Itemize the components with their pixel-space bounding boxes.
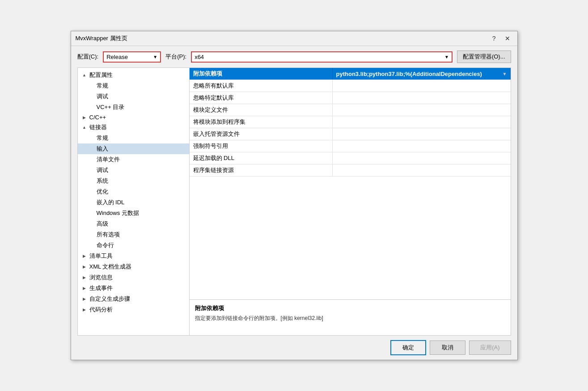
prop-row-module-def[interactable]: 模块定义文件 xyxy=(190,104,511,116)
tree-item-browse-info[interactable]: ▶浏览信息 xyxy=(78,272,189,283)
bottom-bar: 确定 取消 应用(A) xyxy=(71,336,517,360)
prop-name-delay-load-dll: 延迟加载的 DLL xyxy=(190,152,333,164)
tree-item-build-events[interactable]: ▶生成事件 xyxy=(78,283,189,294)
prop-value-ignore-all-default xyxy=(333,80,511,92)
prop-value-force-sym-ref xyxy=(333,140,511,152)
prop-value-delay-load-dll xyxy=(333,152,511,164)
prop-value-additional-deps[interactable]: python3.lib;python37.lib;%(AdditionalDep… xyxy=(333,68,511,80)
prop-row-ignore-specific-default[interactable]: 忽略特定默认库 xyxy=(190,92,511,104)
tree-expander-manifest-tool: ▶ xyxy=(81,254,88,258)
tree-item-linker-manifest[interactable]: 清单文件 xyxy=(78,154,189,165)
config-value: Release xyxy=(106,54,128,60)
tree-label-linker-general: 常规 xyxy=(97,134,108,142)
config-label: 配置(C): xyxy=(77,53,99,61)
prop-row-ignore-all-default[interactable]: 忽略所有默认库 xyxy=(190,80,511,92)
prop-name-ignore-all-default: 忽略所有默认库 xyxy=(190,80,333,92)
tree-label-manifest-tool: 清单工具 xyxy=(89,252,113,260)
apply-button[interactable]: 应用(A) xyxy=(469,341,511,355)
prop-dropdown-arrow-additional-deps[interactable]: ▼ xyxy=(503,71,507,76)
close-button[interactable]: ✕ xyxy=(502,34,513,43)
cancel-button[interactable]: 取消 xyxy=(430,341,465,355)
desc-title: 附加依赖项 xyxy=(195,304,505,312)
tree-label-linker-alloptions: 所有选项 xyxy=(97,231,120,239)
platform-chevron-icon: ▼ xyxy=(444,55,449,59)
tree-item-linker-winmeta[interactable]: Windows 元数据 xyxy=(78,208,189,219)
tree-expander-linker: ▲ xyxy=(81,125,88,130)
tree-item-linker-debug[interactable]: 调试 xyxy=(78,165,189,176)
props-table: 附加依赖项python3.lib;python37.lib;%(Addition… xyxy=(190,68,511,299)
tree-label-linker-system: 系统 xyxy=(97,177,108,185)
tree-label-linker-debug: 调试 xyxy=(97,166,108,174)
prop-row-embed-managed[interactable]: 嵌入托管资源文件 xyxy=(190,128,511,140)
prop-row-additional-deps[interactable]: 附加依赖项python3.lib;python37.lib;%(Addition… xyxy=(190,68,511,80)
tree-item-manifest-tool[interactable]: ▶清单工具 xyxy=(78,251,189,261)
desc-text: 指定要添加到链接命令行的附加项。[例如 kernel32.lib] xyxy=(195,314,505,322)
tree-label-linker-opt: 优化 xyxy=(97,188,108,196)
tree-label-general: 常规 xyxy=(97,82,108,90)
prop-value-add-to-assembly xyxy=(333,116,511,128)
tree-item-cpp[interactable]: ▶C/C++ xyxy=(78,113,189,122)
title-controls: ? ✕ xyxy=(490,34,513,43)
tree-item-linker[interactable]: ▲链接器 xyxy=(78,122,189,133)
tree-item-debug[interactable]: 调试 xyxy=(78,91,189,102)
main-content: ▲配置属性常规调试VC++ 目录▶C/C++▲链接器常规输入清单文件调试系统优化… xyxy=(77,67,511,336)
tree-label-vc-dirs: VC++ 目录 xyxy=(97,103,125,111)
tree-label-linker: 链接器 xyxy=(89,123,107,131)
tree-panel: ▲配置属性常规调试VC++ 目录▶C/C++▲链接器常规输入清单文件调试系统优化… xyxy=(78,68,190,335)
config-chevron-icon: ▼ xyxy=(153,55,157,59)
confirm-button[interactable]: 确定 xyxy=(390,340,426,355)
tree-item-custom-build[interactable]: ▶自定义生成步骤 xyxy=(78,294,189,304)
help-button[interactable]: ? xyxy=(490,34,499,43)
tree-item-linker-opt[interactable]: 优化 xyxy=(78,186,189,197)
tree-label-linker-input: 输入 xyxy=(97,145,108,153)
tree-item-vc-dirs[interactable]: VC++ 目录 xyxy=(78,102,189,113)
tree-item-linker-input[interactable]: 输入 xyxy=(78,143,189,154)
tree-expander-code-analysis: ▶ xyxy=(81,307,88,312)
platform-dropdown[interactable]: x64 ▼ xyxy=(191,51,453,63)
tree-item-linker-advanced[interactable]: 高级 xyxy=(78,219,189,229)
tree-label-xml-gen: XML 文档生成器 xyxy=(89,263,132,271)
prop-value-ignore-specific-default xyxy=(333,92,511,104)
title-bar: MvxWrapper 属性页 ? ✕ xyxy=(71,31,517,46)
prop-name-embed-managed: 嵌入托管资源文件 xyxy=(190,128,333,140)
tree-expander-config-props: ▲ xyxy=(81,73,88,77)
tree-expander-custom-build: ▶ xyxy=(81,297,88,301)
prop-name-force-sym-ref: 强制符号引用 xyxy=(190,140,333,152)
prop-row-assemble-link-res[interactable]: 程序集链接资源 xyxy=(190,164,511,177)
tree-label-linker-advanced: 高级 xyxy=(97,220,108,228)
tree-expander-cpp: ▶ xyxy=(81,115,88,120)
tree-item-xml-gen[interactable]: ▶XML 文档生成器 xyxy=(78,261,189,272)
prop-row-force-sym-ref[interactable]: 强制符号引用 xyxy=(190,140,511,152)
tree-expander-browse-info: ▶ xyxy=(81,275,88,280)
tree-label-cpp: C/C++ xyxy=(89,114,106,121)
prop-value-embed-managed xyxy=(333,128,511,140)
tree-label-linker-winmeta: Windows 元数据 xyxy=(97,209,139,217)
tree-label-linker-cmdline: 命令行 xyxy=(97,241,114,249)
tree-item-general[interactable]: 常规 xyxy=(78,80,189,91)
prop-name-additional-deps: 附加依赖项 xyxy=(190,68,333,80)
tree-label-build-events: 生成事件 xyxy=(89,284,113,292)
tree-item-code-analysis[interactable]: ▶代码分析 xyxy=(78,304,189,315)
prop-row-add-to-assembly[interactable]: 将模块添加到程序集 xyxy=(190,116,511,128)
prop-row-delay-load-dll[interactable]: 延迟加载的 DLL xyxy=(190,152,511,164)
tree-item-linker-idl[interactable]: 嵌入的 IDL xyxy=(78,197,189,208)
config-bar: 配置(C): Release ▼ 平台(P): x64 ▼ 配置管理器(O)..… xyxy=(71,46,517,67)
platform-label: 平台(P): xyxy=(165,53,186,61)
prop-name-add-to-assembly: 将模块添加到程序集 xyxy=(190,116,333,128)
tree-label-config-props: 配置属性 xyxy=(89,71,113,79)
config-manager-button[interactable]: 配置管理器(O)... xyxy=(457,50,511,63)
tree-item-config-props[interactable]: ▲配置属性 xyxy=(78,70,189,80)
prop-name-ignore-specific-default: 忽略特定默认库 xyxy=(190,92,333,104)
tree-expander-build-events: ▶ xyxy=(81,286,88,290)
config-dropdown[interactable]: Release ▼ xyxy=(103,51,161,63)
tree-label-custom-build: 自定义生成步骤 xyxy=(89,295,130,303)
tree-item-linker-general[interactable]: 常规 xyxy=(78,133,189,143)
desc-panel: 附加依赖项 指定要添加到链接命令行的附加项。[例如 kernel32.lib] xyxy=(190,299,511,335)
tree-item-linker-system[interactable]: 系统 xyxy=(78,176,189,186)
props-panel: 附加依赖项python3.lib;python37.lib;%(Addition… xyxy=(190,68,511,335)
tree-item-linker-cmdline[interactable]: 命令行 xyxy=(78,240,189,251)
tree-item-linker-alloptions[interactable]: 所有选项 xyxy=(78,229,189,240)
tree-label-linker-idl: 嵌入的 IDL xyxy=(97,198,125,206)
tree-label-linker-manifest: 清单文件 xyxy=(97,156,120,164)
tree-expander-xml-gen: ▶ xyxy=(81,265,88,269)
